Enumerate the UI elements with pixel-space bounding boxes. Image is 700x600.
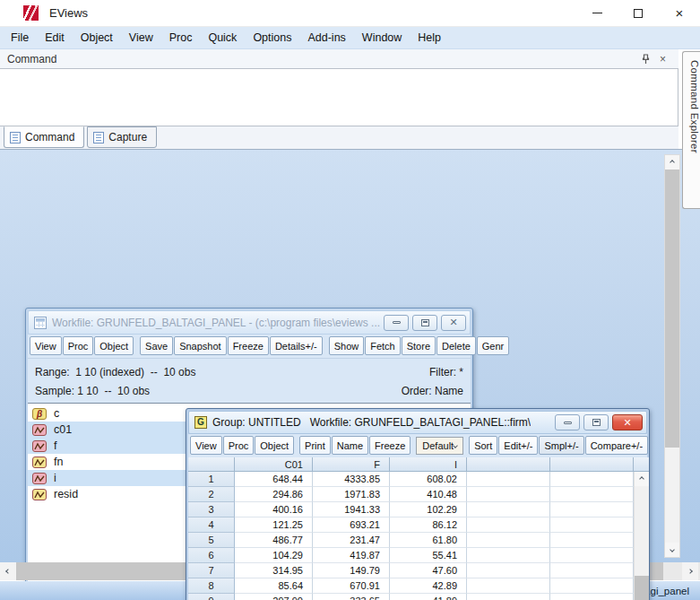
data-cell-empty[interactable]: [550, 578, 634, 594]
data-cell[interactable]: 297.90: [235, 594, 313, 600]
workfile-toolbar-button[interactable]: Snapshot: [174, 336, 226, 355]
workfile-toolbar-button[interactable]: Save: [140, 336, 173, 355]
main-vertical-scrollbar[interactable]: [664, 154, 680, 558]
menu-item[interactable]: Options: [245, 27, 299, 49]
workfile-close-button[interactable]: ✕: [441, 315, 466, 331]
workfile-toolbar-button[interactable]: Freeze: [228, 336, 269, 355]
menu-item[interactable]: File: [3, 27, 37, 49]
data-cell-empty[interactable]: [467, 533, 550, 548]
data-cell-empty[interactable]: [467, 517, 550, 533]
workfile-toolbar-button[interactable]: Delete: [436, 336, 476, 355]
data-cell[interactable]: 55.41: [390, 548, 467, 563]
data-cell[interactable]: 314.95: [235, 563, 313, 578]
workfile-minimize-button[interactable]: [384, 315, 409, 331]
data-cell[interactable]: 47.60: [390, 563, 467, 578]
workfile-toolbar-button[interactable]: Fetch: [365, 336, 401, 355]
group-toolbar-button[interactable]: Edit+/-: [498, 436, 538, 455]
command-input[interactable]: [0, 69, 678, 126]
obs-cell[interactable]: 1: [188, 472, 235, 487]
data-cell[interactable]: 4333.85: [313, 472, 390, 487]
view-selector-dropdown[interactable]: Default: [416, 437, 463, 455]
obs-cell[interactable]: 2: [188, 487, 235, 502]
obs-cell[interactable]: 9: [188, 594, 235, 600]
workfile-toolbar-button[interactable]: Details+/-: [270, 336, 323, 355]
data-cell-empty[interactable]: [550, 594, 634, 600]
obs-cell[interactable]: 7: [188, 563, 235, 578]
data-cell[interactable]: 42.89: [390, 578, 467, 594]
spreadsheet-vertical-scrollbar[interactable]: [634, 472, 649, 600]
workfile-toolbar-button[interactable]: Store: [402, 336, 436, 355]
scroll-down-icon[interactable]: [665, 543, 679, 557]
command-explorer-tab[interactable]: Command Explorer: [682, 51, 700, 209]
tab-capture[interactable]: Capture: [87, 126, 157, 148]
tab-command[interactable]: Command: [4, 126, 84, 148]
data-cell[interactable]: 294.86: [235, 487, 313, 502]
data-cell-empty[interactable]: [550, 472, 634, 487]
data-cell[interactable]: 486.77: [235, 533, 313, 548]
obs-cell[interactable]: 8: [188, 578, 235, 594]
workfile-restore-button[interactable]: [412, 315, 437, 331]
pin-icon[interactable]: [641, 54, 651, 65]
data-cell[interactable]: 1941.33: [313, 502, 390, 517]
obs-cell[interactable]: 4: [188, 517, 235, 533]
maximize-button[interactable]: [618, 0, 659, 27]
data-cell[interactable]: 102.29: [390, 502, 467, 517]
menu-item[interactable]: Edit: [37, 27, 73, 49]
data-cell[interactable]: 400.16: [235, 502, 313, 517]
menu-item[interactable]: Add-ins: [299, 27, 353, 49]
app-titlebar[interactable]: EViews ×: [0, 0, 700, 27]
group-toolbar-button[interactable]: Compare+/-: [585, 436, 648, 455]
data-cell-empty[interactable]: [467, 578, 550, 594]
data-cell-empty[interactable]: [467, 563, 550, 578]
data-cell-empty[interactable]: [467, 472, 550, 487]
group-toolbar-button[interactable]: Freeze: [369, 436, 410, 455]
data-cell[interactable]: 149.79: [313, 563, 390, 578]
workfile-toolbar-button[interactable]: Object: [94, 336, 134, 355]
group-restore-button[interactable]: [583, 414, 609, 430]
column-header[interactable]: C01: [235, 457, 313, 472]
group-titlebar[interactable]: G Group: UNTITLED Workfile: GRUNFELD_BAL…: [188, 411, 647, 434]
menu-item[interactable]: Help: [410, 27, 449, 49]
data-cell-empty[interactable]: [467, 502, 550, 517]
group-toolbar-button[interactable]: Print: [299, 436, 331, 455]
data-cell[interactable]: 85.64: [235, 578, 313, 594]
group-toolbar-button[interactable]: Name: [332, 436, 368, 455]
data-cell[interactable]: 231.47: [313, 533, 390, 548]
obs-cell[interactable]: 3: [188, 502, 235, 517]
data-cell[interactable]: 608.02: [390, 472, 467, 487]
data-cell[interactable]: 333.65: [313, 594, 390, 600]
scroll-up-icon[interactable]: [635, 472, 649, 486]
data-cell[interactable]: 693.21: [313, 517, 390, 533]
data-cell-empty[interactable]: [467, 548, 550, 563]
close-button[interactable]: ×: [659, 0, 700, 27]
vertical-scroll-thumb[interactable]: [635, 576, 649, 600]
close-panel-icon[interactable]: ×: [660, 54, 666, 65]
group-minimize-button[interactable]: [555, 414, 580, 430]
data-cell[interactable]: 61.80: [390, 533, 467, 548]
data-cell[interactable]: 1971.83: [313, 487, 390, 502]
workfile-toolbar-button[interactable]: Show: [329, 336, 365, 355]
menu-item[interactable]: Proc: [161, 27, 201, 49]
workfile-toolbar-button[interactable]: Genr: [477, 336, 509, 355]
vertical-scroll-thumb[interactable]: [665, 170, 679, 448]
workfile-titlebar[interactable]: Workfile: GRUNFELD_BALTAGI_PANEL - (c:\p…: [28, 310, 471, 335]
group-toolbar-button[interactable]: View: [190, 436, 222, 455]
scroll-up-icon[interactable]: [665, 155, 679, 170]
data-cell[interactable]: 41.89: [390, 594, 467, 600]
workfile-toolbar-button[interactable]: Proc: [63, 336, 94, 355]
data-cell[interactable]: 410.48: [390, 487, 467, 502]
group-toolbar-button[interactable]: Sort: [469, 436, 497, 455]
group-toolbar-button[interactable]: Object: [255, 436, 294, 455]
obs-column-header[interactable]: [188, 457, 235, 472]
data-cell[interactable]: 104.29: [235, 548, 313, 563]
group-toolbar-button[interactable]: Smpl+/-: [539, 436, 583, 455]
obs-cell[interactable]: 6: [188, 548, 235, 563]
workfile-toolbar-button[interactable]: View: [30, 336, 62, 355]
data-cell[interactable]: 670.91: [313, 578, 390, 594]
minimize-button[interactable]: [576, 0, 618, 27]
data-cell-empty[interactable]: [550, 487, 634, 502]
data-cell-empty[interactable]: [550, 563, 634, 578]
data-cell[interactable]: 648.44: [235, 472, 313, 487]
group-close-button[interactable]: ✕: [612, 414, 643, 430]
column-header[interactable]: F: [313, 457, 390, 472]
